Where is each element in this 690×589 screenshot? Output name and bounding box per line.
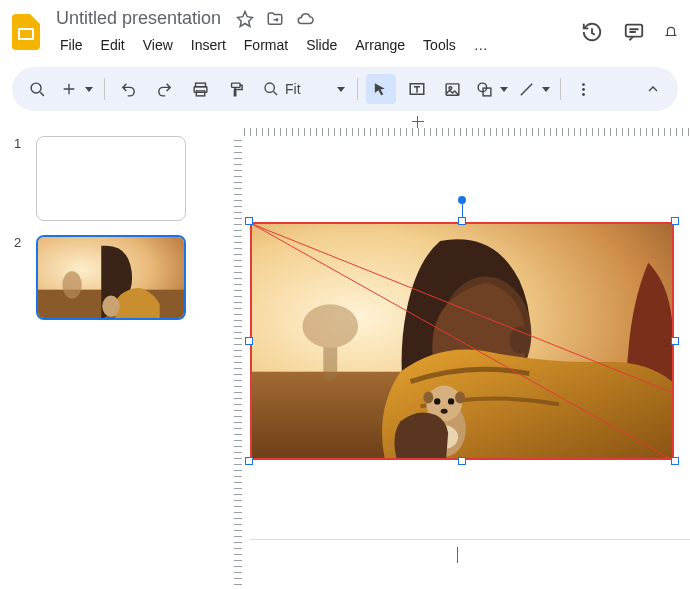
vertical-ruler[interactable] [224,140,242,589]
slide-thumb[interactable]: 2 [14,235,200,320]
slide-number: 1 [14,136,28,151]
more-options-button[interactable] [569,74,599,104]
shape-dropdown[interactable] [496,74,510,104]
redo-button[interactable] [149,74,179,104]
paint-format-button[interactable] [221,74,251,104]
star-icon[interactable] [235,9,255,29]
resize-handle-r[interactable] [671,337,679,345]
line-button[interactable] [516,74,538,104]
speaker-notes-divider[interactable] [250,539,690,540]
undo-button[interactable] [113,74,143,104]
svg-rect-1 [20,30,32,38]
menu-file[interactable]: File [52,33,91,57]
menu-overflow[interactable]: … [466,33,496,57]
menu-bar: File Edit View Insert Format Slide Arran… [52,33,572,57]
print-button[interactable] [185,74,215,104]
line-dropdown[interactable] [538,74,552,104]
svg-point-16 [582,93,585,96]
menu-arrange[interactable]: Arrange [347,33,413,57]
slide-thumb[interactable]: 1 [14,136,200,221]
notifications-icon[interactable] [664,20,678,44]
resize-handle-tl[interactable] [245,217,253,225]
svg-point-29 [434,398,440,404]
cloud-status-icon[interactable] [295,9,315,29]
slide-canvas[interactable] [250,144,690,589]
resize-handle-br[interactable] [671,457,679,465]
toolbar-separator [560,78,561,100]
selected-image-object[interactable] [250,222,674,460]
svg-point-30 [448,398,454,404]
resize-handle-tr[interactable] [671,217,679,225]
slide-filmstrip[interactable]: 1 2 [0,118,210,589]
svg-point-11 [449,86,452,89]
ruler-origin-marker [412,116,424,128]
menu-insert[interactable]: Insert [183,33,234,57]
svg-point-33 [455,392,465,404]
svg-point-19 [62,271,81,298]
svg-point-3 [31,83,41,93]
search-menus-icon[interactable] [22,74,52,104]
collapse-toolbar-button[interactable] [638,74,668,104]
insert-image-button[interactable] [438,74,468,104]
zoom-dropdown[interactable] [305,74,345,104]
svg-rect-2 [626,24,643,36]
svg-point-8 [265,83,274,92]
slide-preview-1[interactable] [36,136,186,221]
new-slide-button[interactable] [58,74,80,104]
toolbar-separator [357,78,358,100]
comments-icon[interactable] [622,20,646,44]
svg-point-20 [102,296,120,317]
svg-point-14 [582,83,585,86]
svg-point-32 [423,392,433,404]
slide-preview-2[interactable] [36,235,186,320]
svg-point-24 [303,304,358,348]
move-folder-icon[interactable] [265,9,285,29]
toolbar-separator [104,78,105,100]
select-tool-button[interactable] [366,74,396,104]
canvas-area[interactable] [210,118,690,589]
svg-point-15 [582,88,585,91]
placed-image [252,224,672,458]
rotation-handle[interactable] [458,196,466,204]
menu-edit[interactable]: Edit [93,33,133,57]
zoom-level-label[interactable]: Fit [285,81,301,97]
shape-button[interactable] [474,74,496,104]
new-slide-dropdown[interactable] [80,74,96,104]
zoom-tool-icon[interactable] [261,74,281,104]
menu-tools[interactable]: Tools [415,33,464,57]
toolbar: Fit [12,67,678,111]
main-area: 1 2 [0,118,690,589]
svg-rect-7 [231,83,240,87]
slide-number: 2 [14,235,28,250]
resize-handle-t[interactable] [458,217,466,225]
rotation-handle-line [462,204,463,218]
history-icon[interactable] [580,20,604,44]
svg-point-31 [441,409,448,414]
svg-point-26 [510,326,530,354]
menu-view[interactable]: View [135,33,181,57]
app-header: Untitled presentation File Edit View Ins… [0,0,690,57]
horizontal-ruler[interactable] [244,118,690,136]
text-box-button[interactable] [402,74,432,104]
menu-format[interactable]: Format [236,33,296,57]
resize-handle-b[interactable] [458,457,466,465]
svg-rect-13 [483,88,491,96]
document-title[interactable]: Untitled presentation [52,6,225,31]
resize-handle-bl[interactable] [245,457,253,465]
bottom-marker [452,547,462,563]
menu-slide[interactable]: Slide [298,33,345,57]
app-logo-slides[interactable] [8,14,44,50]
resize-handle-l[interactable] [245,337,253,345]
